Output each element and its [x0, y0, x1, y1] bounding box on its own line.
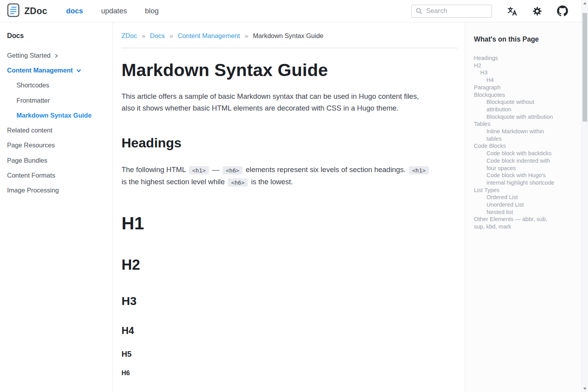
sidebar-item-label: Page Bundles [7, 157, 47, 164]
primary-nav: docs updates blog [66, 7, 159, 15]
scroll-up-button[interactable] [582, 0, 588, 7]
main-content: ZDoc » Docs » Content Management » Markd… [113, 22, 465, 392]
brand-name: ZDoc [24, 6, 47, 16]
sidebar-title: Docs [7, 32, 109, 40]
scrollbar-thumb[interactable] [583, 13, 587, 122]
sidebar-item-content-management[interactable]: Content Management [7, 63, 109, 78]
chevron-right-icon [54, 54, 58, 58]
breadcrumb-link-content-management[interactable]: Content Management [178, 32, 240, 40]
navbar-actions [411, 5, 568, 18]
toc-title: What's on this Page [474, 35, 567, 44]
sidebar-item-label: Content Formats [7, 172, 55, 179]
sidebar-item-related-content[interactable]: Related content [7, 123, 109, 138]
sidebar-item-shortcodes[interactable]: Shortcodes [7, 78, 109, 93]
inline-code: <h1> [409, 166, 429, 174]
scroll-down-button[interactable] [582, 385, 588, 392]
toc-item[interactable]: Unordered List [474, 201, 557, 209]
inline-code: <h1> [189, 166, 209, 174]
page-title: Markdown Syntax Guide [122, 60, 457, 80]
github-icon[interactable] [557, 5, 568, 16]
headings-paragraph: The following HTML <h1> — <h6> elements … [122, 164, 431, 188]
inline-code: <h6> [223, 166, 243, 174]
breadcrumb-link-docs[interactable]: Docs [150, 32, 165, 40]
breadcrumb-separator: » [169, 32, 173, 40]
nav-link-blog[interactable]: blog [145, 7, 159, 15]
settings-gear-icon[interactable] [532, 6, 542, 16]
sidebar-item-label: Content Management [7, 67, 73, 74]
sidebar-item-content-formats[interactable]: Content Formats [7, 168, 109, 183]
brand[interactable]: ZDoc [7, 3, 47, 19]
logo-icon [7, 3, 20, 19]
section-heading-headings: Headings [122, 135, 457, 151]
sidebar-item-page-bundles[interactable]: Page Bundles [7, 153, 109, 168]
toc-item[interactable]: H3 [474, 69, 557, 76]
toc-item[interactable]: Ordered List [474, 194, 557, 201]
sample-heading-h4: H4 [122, 325, 457, 336]
sample-heading-h3: H3 [122, 295, 457, 307]
sidebar-item-getting-started[interactable]: Getting Started [7, 48, 109, 63]
sidebar-item-image-processing[interactable]: Image Processing [7, 183, 109, 198]
toc-item[interactable]: H2 [474, 62, 557, 69]
search-input[interactable] [426, 7, 488, 15]
scrollbar[interactable] [581, 0, 588, 392]
toc-item[interactable]: Nested list [474, 209, 557, 216]
toc-item[interactable]: Inline Markdown within tables [474, 128, 557, 142]
nav-link-docs[interactable]: docs [66, 7, 83, 15]
chevron-down-icon [76, 68, 81, 73]
breadcrumb: ZDoc » Docs » Content Management » Markd… [122, 32, 457, 40]
layout: Docs Getting Started Content Management … [0, 22, 581, 392]
breadcrumb-link-zdoc[interactable]: ZDoc [122, 32, 137, 40]
breadcrumb-current-page: Markdown Syntax Guide [253, 32, 323, 40]
sidebar-item-label: Page Resources [7, 142, 55, 149]
sample-heading-h2: H2 [122, 258, 457, 273]
sidebar-item-frontmatter[interactable]: Frontmatter [7, 93, 109, 108]
breadcrumb-separator: » [245, 32, 248, 40]
toc-item[interactable]: Other Elements — abbr, sub, sup, kbd, ma… [474, 216, 557, 230]
toc-item[interactable]: List Types [474, 187, 557, 194]
search-box[interactable] [411, 5, 492, 18]
scroll-up-arrow-icon [583, 2, 586, 4]
toc-item[interactable]: Code block with Hugo's internal highligh… [474, 172, 557, 186]
sidebar-item-label: Shortcodes [16, 82, 49, 89]
sidebar-item-label: Frontmatter [16, 97, 50, 104]
sidebar-item-label: Image Processing [7, 187, 59, 194]
sample-heading-h1: H1 [122, 214, 457, 232]
sample-headings: H1 H2 H3 H4 H5 H6 [122, 214, 457, 376]
translate-icon[interactable] [507, 6, 517, 16]
sidebar-nav: Getting Started Content Management Short… [7, 48, 109, 198]
breadcrumb-divider [122, 48, 457, 48]
scroll-down-arrow-icon [583, 388, 586, 390]
article-intro: This article offers a sample of basic Ma… [122, 91, 431, 114]
sidebar-item-page-resources[interactable]: Page Resources [7, 138, 109, 153]
toc-item[interactable]: Blockquote without attribution [474, 98, 557, 113]
sidebar: Docs Getting Started Content Management … [0, 22, 113, 392]
sidebar-item-markdown-syntax-guide[interactable]: Markdown Syntax Guide [7, 108, 109, 123]
toc-item[interactable]: Code block indented with four spaces [474, 157, 557, 172]
sidebar-item-label: Related content [7, 127, 53, 134]
toc-panel: What's on this Page HeadingsH2H3H4Paragr… [465, 22, 581, 392]
toc-list: HeadingsH2H3H4ParagraphBlockquotesBlockq… [474, 54, 557, 230]
toc-item[interactable]: H4 [474, 76, 557, 84]
toc-item[interactable]: Blockquotes [474, 91, 557, 99]
toc-item[interactable]: Headings [474, 54, 557, 62]
sample-heading-h5: H5 [122, 350, 457, 358]
sample-heading-h6: H6 [122, 370, 457, 376]
toc-item[interactable]: Paragraph [474, 84, 557, 91]
toc-item[interactable]: Code block with backticks [474, 150, 557, 157]
toc-item[interactable]: Tables [474, 120, 557, 128]
inline-code: <h6> [228, 178, 248, 187]
toc-item[interactable]: Blockquote with attribution [474, 113, 557, 121]
sidebar-item-label: Getting Started [7, 52, 51, 59]
search-icon [416, 7, 423, 15]
sidebar-item-label: Markdown Syntax Guide [16, 112, 92, 119]
nav-link-updates[interactable]: updates [101, 7, 127, 15]
navbar: ZDoc docs updates blog [0, 0, 581, 22]
toc-item[interactable]: Code Blocks [474, 142, 557, 150]
page: ZDoc docs updates blog [0, 0, 581, 392]
breadcrumb-separator: » [142, 32, 145, 40]
